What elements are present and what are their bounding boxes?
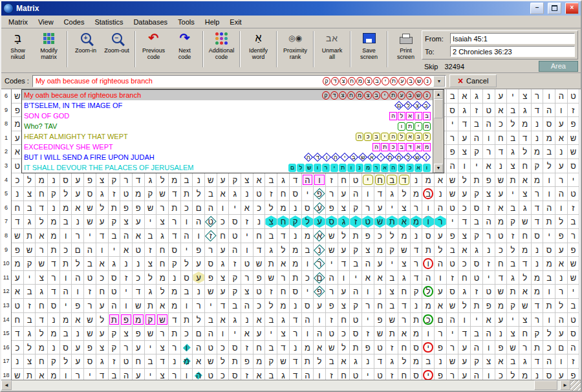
matrix-cell[interactable]: ת [169,327,181,341]
matrix-cell[interactable]: פ [362,341,374,355]
matrix-cell[interactable]: ז [362,327,374,341]
menu-item-codes[interactable]: Codes [59,17,89,27]
matrix-cell[interactable]: פ [84,173,96,188]
matrix-cell[interactable]: ע [253,327,266,341]
matrix-cell[interactable]: ע [217,243,230,257]
matrix-cell[interactable]: ב [386,299,398,313]
matrix-cell[interactable]: פ [12,243,24,257]
matrix-cell[interactable]: ק [109,215,121,229]
matrix-cell[interactable]: כ [181,201,193,215]
matrix-cell[interactable]: ה [543,201,555,215]
matrix-cell[interactable]: ש [277,354,290,369]
matrix-cell[interactable]: כ [495,243,508,257]
matrix-cell[interactable]: ת [507,285,519,299]
matrix-cell[interactable]: ר [169,369,181,380]
matrix-cell[interactable]: ה [241,299,253,313]
matrix-cell[interactable]: ל [36,215,48,229]
matrix-cell[interactable]: ט [229,229,241,243]
matrix-cell[interactable]: א [495,103,508,118]
matrix-cell[interactable]: ו [217,327,230,341]
matrix-cell[interactable]: ט [253,285,266,299]
matrix-cell[interactable]: כ [495,369,508,380]
matrix-cell[interactable]: ס [302,299,314,313]
matrix-cell[interactable]: ו [543,173,555,188]
matrix-cell[interactable]: ר [532,313,544,327]
matrix-cell[interactable]: ק [48,187,60,201]
matrix-cell[interactable]: ר [362,201,374,215]
matrix-cell[interactable]: ב [507,354,519,369]
matrix-cell[interactable]: ס [229,369,241,380]
chevron-down-icon[interactable]: ▼ [433,76,445,87]
scroll-thumb[interactable] [434,99,443,118]
matrix-cell[interactable]: ו [435,271,447,285]
matrix-cell[interactable]: ת [471,173,483,188]
matrix-cell[interactable]: ו [543,89,555,103]
matrix-cell[interactable]: ח [398,341,411,355]
matrix-cell[interactable]: מ [495,299,508,313]
matrix-cell[interactable]: ה [543,354,555,369]
matrix-cell[interactable]: פ [568,369,580,380]
matrix-cell[interactable]: ט [120,354,133,369]
matrix-cell[interactable]: ר [193,299,205,313]
matrix-cell[interactable]: ח [338,313,350,327]
matrix-cell[interactable]: י [229,201,241,215]
matrix-cell[interactable]: ר [120,173,133,188]
matrix-cell[interactable]: ח [217,229,230,243]
matrix-cell[interactable]: ל [435,243,447,257]
matrix-cell[interactable]: ר [519,341,532,355]
matrix-cell[interactable]: ע [374,201,387,215]
matrix-cell[interactable]: ה [72,271,84,285]
matrix-cell[interactable]: ו [422,215,435,229]
matrix-cell[interactable]: מ [156,271,169,285]
matrix-cell[interactable]: נ [120,257,133,271]
matrix-cell[interactable]: פ [72,299,84,313]
matrix-cell[interactable]: ד [169,187,181,201]
matrix-cell[interactable]: נ [169,354,181,369]
matrix-cell[interactable]: י [507,89,519,103]
matrix-cell[interactable]: ד [48,257,60,271]
matrix-cell[interactable]: ת [145,299,157,313]
matrix-cell[interactable]: ז [483,201,495,215]
matrix-cell[interactable]: א [555,131,568,146]
matrix-cell[interactable]: ש [495,285,508,299]
matrix-cell[interactable]: ר [277,271,290,285]
matrix-cell[interactable]: ת [350,229,362,243]
matrix-cell[interactable]: י [60,299,72,313]
matrix-cell[interactable]: ה [555,313,568,327]
matrix-cell[interactable]: ש [145,201,157,215]
matrix-cell[interactable]: י [422,369,435,380]
matrix-cell[interactable]: ס [84,187,96,201]
matrix-cell[interactable]: ל [72,257,84,271]
matrix-cell[interactable]: ז [109,187,121,201]
matrix-cell[interactable]: מ [543,257,555,271]
matrix-cell[interactable]: ש [253,257,266,271]
matrix-cell[interactable]: ע [133,215,145,229]
matrix-cell[interactable]: ח [374,299,387,313]
matrix-cell[interactable]: י [265,327,277,341]
matrix-cell[interactable]: צ [24,354,36,369]
matrix-cell[interactable]: ד [96,229,109,243]
matrix-cell[interactable]: צ [507,159,519,173]
matrix-cell[interactable]: פ [435,369,447,380]
matrix-cell[interactable]: ש [84,313,96,327]
matrix-cell[interactable]: ש [519,299,532,313]
matrix-cell[interactable]: ת [386,327,398,341]
matrix-cell[interactable]: ו [543,187,555,201]
matrix-cell[interactable]: ר [555,285,568,299]
matrix-cell[interactable]: ש [265,271,277,285]
matrix-cell[interactable]: ק [411,285,423,299]
matrix-cell[interactable]: פ [362,229,374,243]
matrix-cell[interactable]: ד [277,229,290,243]
matrix-cell[interactable]: א [12,285,24,299]
matrix-cell[interactable]: ו [543,285,555,299]
matrix-cell[interactable]: כ [458,257,471,271]
matrix-cell[interactable]: ע [72,354,84,369]
matrix-cell[interactable]: ג [277,313,290,327]
matrix-cell[interactable]: נ [495,327,508,341]
matrix-cell[interactable]: ט [471,271,483,285]
matrix-cell[interactable]: ש [156,187,169,201]
matrix-cell[interactable]: ח [96,285,109,299]
menu-item-databases[interactable]: Databases [129,17,172,27]
matrix-cell[interactable]: ם [435,313,447,327]
matrix-cell[interactable]: ב [507,103,519,118]
